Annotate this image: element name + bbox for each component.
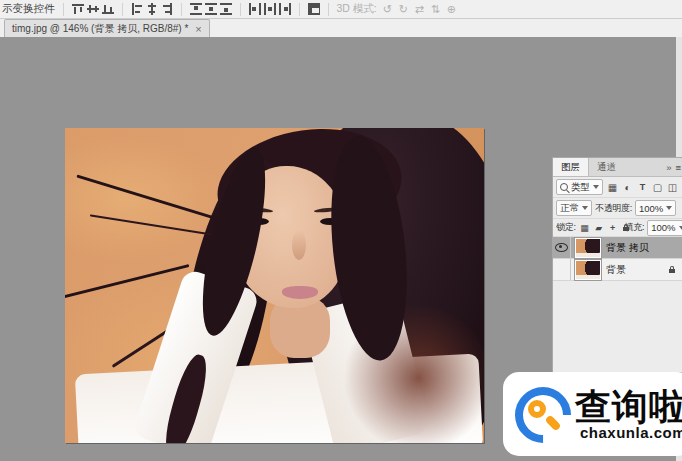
layer-row-background-copy[interactable]: 背景 拷贝 xyxy=(553,237,682,259)
distribute-vertical-group xyxy=(190,3,232,15)
document-tab-bar: timg.jpg @ 146% (背景 拷贝, RGB/8#) * × xyxy=(0,19,682,37)
fill-value[interactable]: 100% xyxy=(647,220,682,236)
distribute-right-edges-icon[interactable] xyxy=(279,3,291,15)
align-top-edges-icon[interactable] xyxy=(72,3,84,15)
photo-nose xyxy=(292,230,306,260)
filter-type-label: 类型 xyxy=(571,181,590,194)
show-transform-controls-label: 示变换控件 xyxy=(2,2,55,16)
separator xyxy=(63,3,64,16)
align-vertical-centers-icon[interactable] xyxy=(87,3,99,15)
collapse-panel-icon[interactable]: » xyxy=(666,162,671,173)
distribute-bottom-edges-icon[interactable] xyxy=(220,3,232,15)
separator xyxy=(240,3,241,16)
separator xyxy=(299,3,300,16)
lock-icons xyxy=(579,222,619,234)
distribute-left-edges-icon[interactable] xyxy=(249,3,261,15)
eye-icon xyxy=(555,243,568,252)
type-layer-filter-icon[interactable] xyxy=(636,181,649,194)
separator xyxy=(122,3,123,16)
document-tab-title: timg.jpg @ 146% (背景 拷贝, RGB/8#) * xyxy=(12,22,188,36)
lock-brush-icon[interactable] xyxy=(593,222,605,234)
auto-align-layers-icon[interactable] xyxy=(308,3,320,15)
lock-transparent-icon[interactable] xyxy=(579,222,591,234)
watermark-brand: 查询啦 xyxy=(575,388,682,426)
auto-align-group xyxy=(308,3,320,15)
distribute-top-edges-icon[interactable] xyxy=(190,3,202,15)
align-horizontal-centers-icon[interactable] xyxy=(146,3,158,15)
chaxunla-logo-icon xyxy=(513,385,571,443)
tab-channels[interactable]: 通道 xyxy=(589,158,624,176)
chevron-down-icon xyxy=(582,206,588,210)
chevron-down-icon xyxy=(593,185,599,189)
lock-row: 锁定: 填充: 100% xyxy=(553,219,682,237)
watermark: 查询啦 chaxunla.com xyxy=(503,372,682,456)
visibility-toggle[interactable] xyxy=(553,237,571,258)
lock-position-icon[interactable] xyxy=(607,222,619,234)
watermark-domain: chaxunla.com xyxy=(580,424,682,441)
blend-mode-row: 正常 不透明度: 100% xyxy=(553,198,682,219)
panel-tab-bar: 图层 通道 » ≡ xyxy=(553,158,682,177)
blend-mode-value: 正常 xyxy=(560,202,579,215)
align-left-edges-icon[interactable] xyxy=(131,3,143,15)
align-bottom-edges-icon[interactable] xyxy=(102,3,114,15)
layer-thumbnail[interactable] xyxy=(575,260,601,280)
chevron-down-icon xyxy=(666,206,672,210)
magnifier-icon xyxy=(560,183,568,191)
align-right-edges-icon[interactable] xyxy=(161,3,173,15)
layer-name: 背景 拷贝 xyxy=(606,241,649,255)
filter-icons xyxy=(606,181,679,194)
layer-name: 背景 xyxy=(606,263,626,277)
canvas-image[interactable] xyxy=(65,128,484,443)
opacity-label: 不透明度: xyxy=(595,202,632,215)
photo-hair-strand xyxy=(65,264,189,299)
mode-3d-group xyxy=(381,3,458,16)
lock-label: 锁定: xyxy=(556,221,576,234)
distribute-vertical-centers-icon[interactable] xyxy=(205,3,217,15)
mode-3d-label: 3D 模式: xyxy=(337,2,377,16)
scale-3d-icon[interactable] xyxy=(445,3,458,16)
align-horizontal-group xyxy=(131,3,173,15)
layer-filter-select[interactable]: 类型 xyxy=(556,179,603,195)
shape-layer-filter-icon[interactable] xyxy=(651,181,664,194)
options-bar: 示变换控件 3D 模式: xyxy=(0,0,682,19)
document-tab[interactable]: timg.jpg @ 146% (背景 拷贝, RGB/8#) * × xyxy=(4,19,210,37)
close-tab-icon[interactable]: × xyxy=(195,24,201,34)
lock-icon xyxy=(668,265,677,274)
smart-object-filter-icon[interactable] xyxy=(666,181,679,194)
layer-row-background[interactable]: 背景 xyxy=(553,259,682,281)
layer-filter-row: 类型 xyxy=(553,177,682,198)
distribute-horizontal-group xyxy=(249,3,291,15)
pixel-layer-filter-icon[interactable] xyxy=(606,181,619,194)
roll-3d-icon[interactable] xyxy=(397,3,410,16)
rotate-3d-icon[interactable] xyxy=(381,3,394,16)
visibility-toggle[interactable] xyxy=(553,259,571,280)
separator xyxy=(328,3,329,16)
photo-lips xyxy=(282,286,318,299)
panel-menu-icon[interactable]: ≡ xyxy=(675,162,681,173)
slide-3d-icon[interactable] xyxy=(429,3,442,16)
logo-magnifier-lens xyxy=(528,400,546,418)
chevron-down-icon xyxy=(679,226,682,230)
tab-layers[interactable]: 图层 xyxy=(553,158,589,176)
separator xyxy=(181,3,182,16)
adjustment-layer-filter-icon[interactable] xyxy=(621,181,634,194)
layers-panel: 图层 通道 » ≡ 类型 正常 不透明度: 100% 锁定: 填充: 100% xyxy=(552,157,682,373)
layer-thumbnail[interactable] xyxy=(575,238,601,258)
distribute-horizontal-centers-icon[interactable] xyxy=(264,3,276,15)
drag-3d-icon[interactable] xyxy=(413,3,426,16)
opacity-value[interactable]: 100% xyxy=(635,200,676,216)
align-vertical-group xyxy=(72,3,114,15)
blend-mode-select[interactable]: 正常 xyxy=(556,200,592,216)
